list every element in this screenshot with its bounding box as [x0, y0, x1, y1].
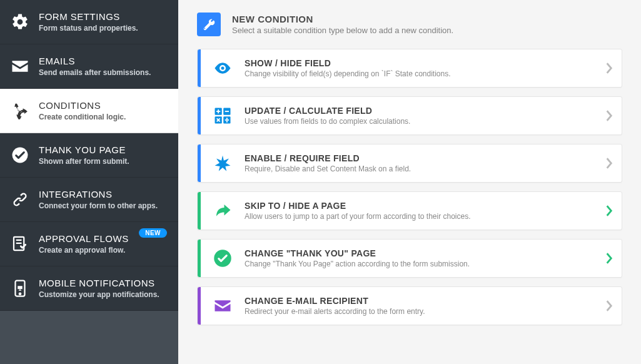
card-change-thank-you-page[interactable]: CHANGE "THANK YOU" PAGE Change "Thank Yo…	[197, 239, 622, 278]
sidebar-item-label: CONDITIONS	[39, 100, 168, 111]
svg-point-10	[226, 121, 228, 123]
card-enable-require-field[interactable]: ENABLE / REQUIRE FIELD Require, Disable …	[197, 144, 622, 183]
card-change-email-recipient[interactable]: CHANGE E-MAIL RECIPIENT Redirect your e-…	[197, 286, 622, 325]
envelope-fill-icon	[201, 296, 245, 315]
svg-point-4	[221, 67, 225, 70]
sidebar-item-mobile-notifications[interactable]: MOBILE NOTIFICATIONS Customize your app …	[0, 266, 178, 311]
chevron-right-icon	[597, 109, 622, 122]
sidebar-item-desc: Connect your form to other apps.	[39, 201, 168, 210]
sidebar-item-desc: Create conditional logic.	[39, 113, 168, 121]
chevron-right-icon	[597, 62, 622, 74]
card-desc: Redirect your e-mail alerts according to…	[245, 307, 597, 316]
settings-sidebar: FORM SETTINGS Form status and properties…	[0, 0, 178, 364]
page-subtitle: Select a suitable condition type below t…	[232, 26, 453, 35]
sidebar-item-approval-flows[interactable]: APPROVAL FLOWS Create an approval flow. …	[0, 222, 178, 266]
sidebar-item-label: FORM SETTINGS	[39, 11, 168, 23]
card-desc: Use values from fields to do complex cal…	[245, 117, 597, 126]
card-title: SKIP TO / HIDE A PAGE	[245, 201, 597, 211]
card-desc: Change visibility of field(s) depending …	[245, 69, 597, 78]
sidebar-item-thank-you-page[interactable]: THANK YOU PAGE Shown after form submit.	[0, 133, 178, 178]
condition-type-list: SHOW / HIDE FIELD Change visibility of f…	[197, 49, 622, 325]
main-panel: NEW CONDITION Select a suitable conditio…	[178, 0, 641, 364]
svg-point-9	[226, 118, 228, 119]
card-title: SHOW / HIDE FIELD	[245, 58, 597, 68]
branch-icon	[10, 101, 30, 121]
wrench-icon	[197, 13, 221, 36]
calculator-icon	[201, 106, 245, 125]
sidebar-item-integrations[interactable]: INTEGRATIONS Connect your form to other …	[0, 178, 178, 222]
sidebar-item-form-settings[interactable]: FORM SETTINGS Form status and properties…	[0, 0, 178, 44]
sidebar-item-label: MOBILE NOTIFICATIONS	[39, 278, 168, 289]
sidebar-item-label: EMAILS	[39, 56, 168, 67]
sidebar-item-desc: Customize your app notifications.	[39, 290, 168, 299]
sidebar-item-desc: Send emails after submissions.	[39, 68, 168, 77]
card-desc: Require, Disable and Set Content Mask on…	[245, 164, 597, 173]
card-title: CHANGE E-MAIL RECIPIENT	[245, 296, 597, 306]
sidebar-item-emails[interactable]: EMAILS Send emails after submissions.	[0, 44, 178, 89]
new-badge: NEW	[139, 228, 167, 238]
page-title: NEW CONDITION	[232, 14, 453, 24]
sidebar-item-desc: Form status and properties.	[39, 24, 168, 33]
svg-point-3	[19, 293, 21, 295]
card-desc: Change "Thank You Page" action according…	[245, 260, 597, 268]
mobile-notification-icon	[10, 278, 30, 298]
card-show-hide-field[interactable]: SHOW / HIDE FIELD Change visibility of f…	[197, 49, 622, 88]
card-title: UPDATE / CALCULATE FIELD	[245, 106, 597, 116]
asterisk-icon	[201, 154, 245, 173]
sidebar-item-label: INTEGRATIONS	[39, 189, 168, 200]
sidebar-item-desc: Create an approval flow.	[39, 246, 168, 255]
conditions-header: NEW CONDITION Select a suitable conditio…	[197, 13, 622, 36]
card-desc: Allow users to jump to a part of your fo…	[245, 212, 597, 221]
card-title: CHANGE "THANK YOU" PAGE	[245, 248, 597, 258]
card-title: ENABLE / REQUIRE FIELD	[245, 153, 597, 163]
chevron-right-icon	[597, 205, 622, 217]
chevron-right-icon	[597, 300, 622, 312]
check-circle-fill-icon	[201, 249, 245, 268]
sidebar-item-desc: Shown after form submit.	[39, 157, 168, 166]
check-circle-icon	[10, 145, 30, 165]
card-update-calculate-field[interactable]: UPDATE / CALCULATE FIELD Use values from…	[197, 96, 622, 135]
sidebar-item-label: THANK YOU PAGE	[39, 144, 168, 156]
sidebar-item-conditions[interactable]: CONDITIONS Create conditional logic.	[0, 89, 178, 133]
chevron-right-icon	[597, 157, 622, 169]
approval-icon	[10, 234, 30, 254]
chevron-right-icon	[597, 252, 622, 265]
forward-arrow-icon	[201, 201, 245, 220]
envelope-icon	[10, 56, 30, 76]
card-skip-hide-page[interactable]: SKIP TO / HIDE A PAGE Allow users to jum…	[197, 191, 622, 230]
gear-icon	[10, 12, 30, 32]
eye-icon	[201, 59, 245, 78]
link-icon	[10, 190, 30, 210]
